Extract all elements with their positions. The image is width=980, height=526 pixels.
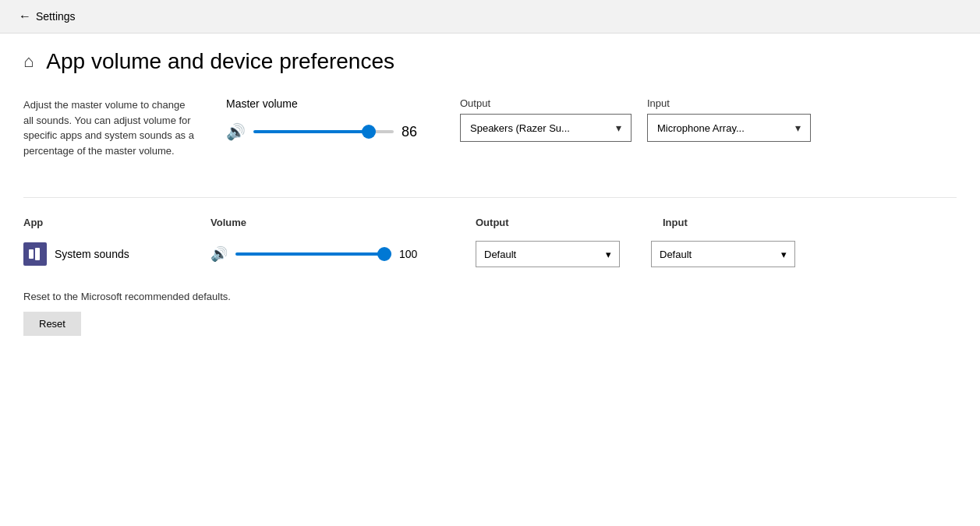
reset-description-text: Reset to the Microsoft recommended defau… bbox=[23, 291, 957, 302]
col-output-header: Output bbox=[476, 217, 632, 228]
master-volume-label: Master volume bbox=[226, 97, 429, 110]
output-dropdown-section: Output Speakers (Razer Su... ▾ bbox=[460, 97, 632, 142]
app-output-value: Default bbox=[484, 249, 516, 260]
app-input-chevron-icon: ▾ bbox=[781, 249, 787, 260]
page-header: ⌂ App volume and device preferences bbox=[23, 49, 957, 74]
master-volume-control: 🔊 86 bbox=[226, 122, 429, 141]
col-input-header: Input bbox=[663, 217, 819, 228]
app-name-text: System sounds bbox=[55, 248, 129, 260]
input-dropdown[interactable]: Microphone Array... ▾ bbox=[647, 114, 811, 142]
table-row: System sounds 🔊 100 Default ▾ Default ▾ bbox=[23, 241, 957, 267]
app-name-cell: System sounds bbox=[23, 242, 179, 266]
home-icon: ⌂ bbox=[23, 51, 34, 72]
app-rows: System sounds 🔊 100 Default ▾ Default ▾ bbox=[23, 241, 957, 267]
master-volume-value: 86 bbox=[402, 124, 429, 140]
description-text: Adjust the master volume to change all s… bbox=[23, 97, 195, 158]
back-button[interactable]: ← Settings bbox=[12, 6, 82, 26]
output-chevron-icon: ▾ bbox=[616, 122, 621, 134]
master-speaker-icon: 🔊 bbox=[226, 122, 246, 141]
top-bar: ← Settings bbox=[0, 0, 980, 34]
input-label: Input bbox=[647, 97, 811, 109]
main-content: ⌂ App volume and device preferences Adju… bbox=[0, 34, 980, 526]
app-input-value: Default bbox=[660, 249, 692, 260]
master-volume-slider[interactable] bbox=[253, 130, 394, 133]
master-section: Adjust the master volume to change all s… bbox=[23, 97, 957, 158]
reset-section: Reset to the Microsoft recommended defau… bbox=[23, 291, 957, 336]
system-sounds-icon bbox=[23, 242, 47, 266]
app-volume-value: 100 bbox=[399, 248, 426, 260]
page-title: App volume and device preferences bbox=[46, 49, 394, 74]
app-output-chevron-icon: ▾ bbox=[606, 249, 611, 260]
input-chevron-icon: ▾ bbox=[795, 122, 801, 134]
col-app-header: App bbox=[23, 217, 179, 228]
output-label: Output bbox=[460, 97, 632, 109]
section-divider bbox=[23, 197, 957, 198]
reset-button[interactable]: Reset bbox=[23, 312, 81, 336]
col-volume-header: Volume bbox=[211, 217, 444, 228]
input-dropdown-section: Input Microphone Array... ▾ bbox=[647, 97, 811, 142]
app-section-header: App Volume Output Input bbox=[23, 217, 957, 228]
svg-rect-0 bbox=[29, 249, 34, 259]
app-output-dropdown[interactable]: Default ▾ bbox=[476, 241, 620, 267]
back-label: Settings bbox=[36, 10, 76, 23]
app-input-dropdown-section: Default ▾ bbox=[651, 241, 795, 267]
app-output-dropdown-section: Default ▾ bbox=[476, 241, 620, 267]
app-volume-slider[interactable] bbox=[235, 252, 391, 256]
app-speaker-icon: 🔊 bbox=[211, 245, 228, 263]
app-volume-cell: 🔊 100 bbox=[211, 245, 444, 263]
svg-rect-1 bbox=[35, 248, 40, 260]
input-dropdown-value: Microphone Array... bbox=[657, 122, 745, 134]
back-arrow-icon: ← bbox=[19, 9, 31, 23]
app-input-dropdown[interactable]: Default ▾ bbox=[651, 241, 795, 267]
output-dropdown[interactable]: Speakers (Razer Su... ▾ bbox=[460, 114, 632, 142]
output-dropdown-value: Speakers (Razer Su... bbox=[470, 122, 570, 134]
